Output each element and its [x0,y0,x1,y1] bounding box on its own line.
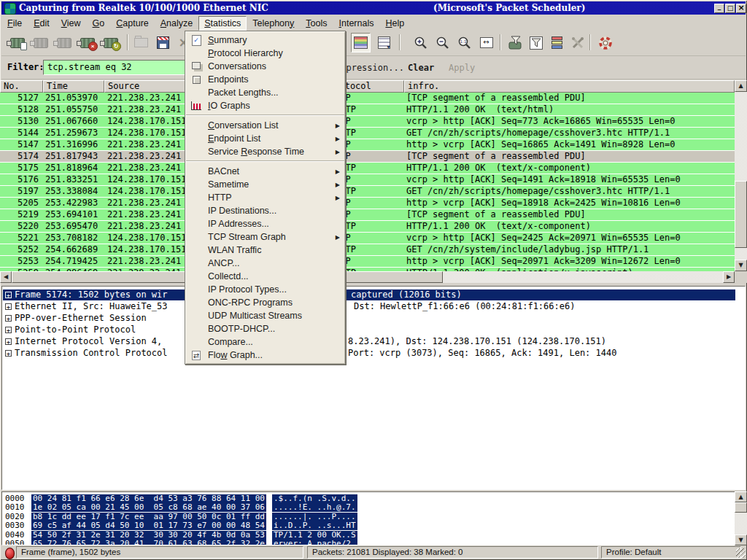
packet-row-5197[interactable]: 5197253.338084124.238.170.151HTTPGET /cn… [0,186,735,198]
menu-internals[interactable]: Internals [333,16,379,31]
hex-row-0050[interactable]: 005065 72 76 65 72 3a 20 41 70 61 63 68 … [2,540,745,545]
expand-icon[interactable]: + [5,338,12,345]
stats-menu-item-onc-rpc-programs[interactable]: ONC-RPC Programs [185,296,345,309]
coloring-rules-button[interactable] [547,33,567,52]
detail-line-2[interactable]: +Ethernet II, Src: HuaweiTe_53Dst: Hewle… [3,301,735,312]
menu-edit[interactable]: Edit [28,16,55,31]
stats-menu-item-ancp[interactable]: ANCP... [185,257,345,270]
capture-start-button[interactable] [54,33,74,52]
packet-row-5144[interactable]: 5144251.259673124.238.170.151HTTPGET /cn… [0,128,735,139]
column-info[interactable]: infro. [404,80,735,93]
packet-row-5252[interactable]: 5252254.662689124.238.170.151HTTPGET /cn… [0,244,735,256]
detail-line-6[interactable]: +Transmission Control ProtocolPort: vcrp… [3,348,735,359]
resize-grip[interactable] [736,548,746,558]
scroll-up-arrow[interactable]: ▲ [735,491,747,502]
stats-menu-item-io-graphs[interactable]: IO Graphs [185,99,345,112]
stats-menu-item-http[interactable]: HTTP▶ [185,191,345,204]
capture-stop-button[interactable]: × [77,33,97,52]
scroll-thumb[interactable] [735,502,747,513]
expand-icon[interactable]: + [5,315,12,322]
clear-button[interactable]: Clear [408,63,434,73]
scroll-up-arrow[interactable]: ▲ [735,80,747,92]
stats-menu-item-protocol-hierarchy[interactable]: Protocol Hierarchy [185,47,345,60]
list-interfaces-button[interactable] [7,33,27,52]
stats-menu-item-bootp-dhcp[interactable]: BOOTP-DHCP... [185,322,345,335]
stats-menu-item-ip-protocol-types[interactable]: IP Protocol Types... [185,283,345,296]
stats-menu-item-summary[interactable]: ✓Summary [185,34,345,47]
hex-row-0000[interactable]: 000000 24 81 f1 66 e6 28 6e d4 53 a3 76 … [2,494,745,503]
stats-menu-item-udp-multicast-streams[interactable]: UDP Multicast Streams [185,309,345,322]
capture-restart-button[interactable]: ↻ [101,33,120,52]
packet-row-5128[interactable]: 5128251.055750221.238.23.241HTTPHTTP/1.1… [0,104,735,116]
packet-row-5219[interactable]: 5219253.694101221.238.23.241TCP[TCP segm… [0,209,735,221]
hex-row-0020[interactable]: 0020b8 1c dd ee 17 f1 7c ee aa 97 00 50 … [2,513,745,521]
stats-menu-item-conversation-list[interactable]: Conversation List▶ [185,119,345,132]
scroll-right-arrow[interactable]: ▶ [723,271,735,283]
hex-row-0010[interactable]: 00101e 02 05 ca 00 21 45 00 05 c8 68 ae … [2,503,745,512]
detail-line-4[interactable]: +Point-to-Point Protocol [3,324,735,335]
stats-menu-item-endpoints[interactable]: Endpoints [185,73,345,86]
detail-line-5[interactable]: +Internet Protocol Version 4,8.23.241), … [3,336,735,347]
packet-row-5175[interactable]: 5175251.818964221.238.23.241HTTPHTTP/1.1… [0,163,735,174]
maximize-button[interactable]: □ [725,4,735,13]
menu-tools[interactable]: Tools [300,16,333,31]
resize-columns-button[interactable]: ↔ [476,33,496,52]
packet-row-5221[interactable]: 5221253.708182124.238.170.151TCPvcrp > h… [0,233,735,244]
scroll-left-arrow[interactable]: ◀ [0,271,12,283]
stats-menu-item-tcp-stream-graph[interactable]: TCP Stream Graph▶ [185,230,345,244]
expression-button[interactable]: Expression... [336,63,404,73]
zoom-out-button[interactable] [433,33,452,52]
scroll-down-arrow[interactable]: ▼ [735,260,747,271]
packet-details-pane[interactable]: +Frame 5174: 1502 bytes on wircaptured (… [1,286,746,490]
stats-menu-item-ip-destinations[interactable]: IP Destinations... [185,204,345,217]
expand-icon[interactable]: + [5,292,12,298]
zoom-in-button[interactable] [411,33,430,52]
status-profile[interactable]: Profile: Default [601,546,741,559]
stats-menu-item-service-response-time[interactable]: Service Response Time▶ [185,145,345,158]
open-file-button[interactable] [131,33,151,52]
expand-icon[interactable]: + [5,327,12,333]
apply-button[interactable]: Apply [449,63,475,73]
menu-statistics[interactable]: Statistics [198,16,247,31]
stats-menu-item-endpoint-list[interactable]: Endpoint List▶ [185,132,345,145]
stats-menu-item-bacnet[interactable]: BACnet▶ [185,165,345,178]
stats-menu-item-sametime[interactable]: Sametime▶ [185,178,345,191]
menu-file[interactable]: File [1,16,28,31]
display-filter-button[interactable] [526,33,546,52]
hex-row-0030[interactable]: 003069 c5 af 44 05 d4 50 10 01 17 73 e7 … [2,521,745,530]
stats-menu-item-flow-graph[interactable]: ⇄Flow Graph... [185,349,345,362]
hex-row-0040[interactable]: 004054 50 2f 31 2e 31 20 32 30 30 20 4f … [2,531,745,540]
scroll-down-arrow[interactable]: ▼ [735,534,747,545]
scroll-thumb[interactable] [735,181,747,248]
menu-telephony[interactable]: Telephony [247,16,300,31]
hex-dump-pane[interactable]: 000000 24 81 f1 66 e6 28 6e d4 53 a3 76 … [1,491,746,545]
capture-filter-button[interactable] [506,33,525,52]
menu-view[interactable]: View [55,16,87,31]
packet-row-5220[interactable]: 5220253.695470221.238.23.241HTTPHTTP/1.1… [0,221,735,233]
capture-options-button[interactable] [31,33,50,52]
packet-row-5253[interactable]: 5253254.719425221.238.23.241TCPhttp > vc… [0,256,735,268]
preferences-button[interactable] [568,33,587,52]
packet-row-5127[interactable]: 5127251.053970221.238.23.241TCP[TCP segm… [0,93,735,104]
zoom-100-button[interactable]: 1:1 [454,33,474,52]
menu-go[interactable]: Go [87,16,111,31]
packet-row-5174[interactable]: 5174251.817943221.238.23.241TCP[TCP segm… [0,151,735,163]
stats-menu-item-wlan-traffic[interactable]: WLAN Traffic [185,244,345,257]
stats-menu-item-conversations[interactable]: Conversations [185,60,345,73]
expand-icon[interactable]: + [5,303,12,310]
auto-scroll-button[interactable] [374,33,394,52]
packet-row-5205[interactable]: 5205253.422983221.238.23.241TCPhttp > vc… [0,198,735,209]
packet-row-5147[interactable]: 5147251.316996221.238.23.241TCPhttp > vc… [0,139,735,151]
minimize-button[interactable]: _ [714,4,724,13]
stats-menu-item-packet-lengths[interactable]: Packet Lengths... [185,86,345,99]
stats-menu-item-collectd[interactable]: Collectd... [185,270,345,283]
save-file-button[interactable] [153,33,173,52]
detail-line-3[interactable]: +PPP-over-Ethernet Session [3,313,735,324]
menu-analyze[interactable]: Analyze [155,16,198,31]
menu-capture[interactable]: Capture [110,16,154,31]
help-button[interactable] [595,33,615,52]
expand-icon[interactable]: + [5,350,12,357]
close-button[interactable]: × [736,4,746,13]
column-time[interactable]: Time [43,80,104,93]
expert-info-icon[interactable] [5,548,15,559]
